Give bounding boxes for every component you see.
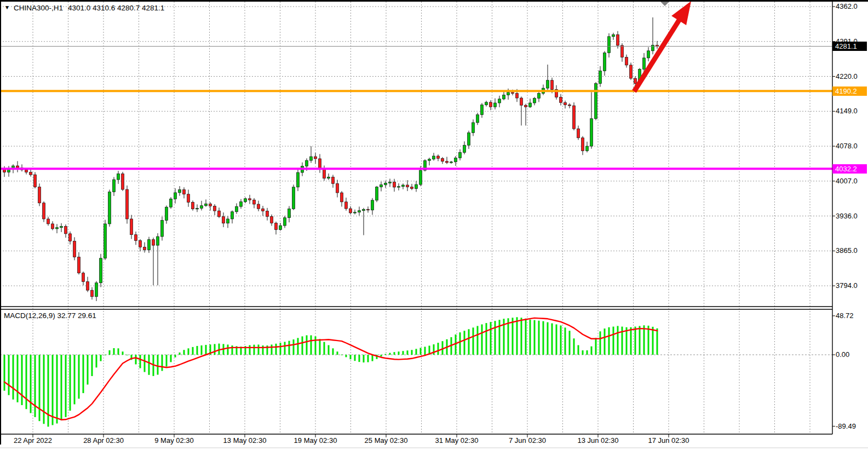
trading-chart-window: ▼ CHINA300-,H1 4301.0 4310.6 4280.7 4281… — [0, 0, 868, 450]
time-axis-tick-label: 13 Jun 02:30 — [577, 436, 618, 445]
bid-price-badge: 4281.1 — [832, 42, 867, 51]
price-axis-tick-label: 4220.0 — [836, 72, 858, 81]
time-axis-tick-label: 22 Apr 2022 — [14, 436, 52, 445]
candlestick-pane[interactable] — [0, 2, 832, 306]
time-axis-tick-label: 25 May 02:30 — [365, 436, 408, 445]
price-axis-tick-label: 4078.0 — [836, 142, 858, 151]
time-axis-tick-label: 31 May 02:30 — [435, 436, 479, 445]
price-axis-tick-label: 3865.0 — [836, 246, 858, 255]
time-axis-tick-label: 13 May 02:30 — [223, 436, 267, 445]
time-axis-tick-label: 17 Jun 02:30 — [648, 436, 689, 445]
macd-pane[interactable] — [0, 310, 832, 434]
time-axis-tick-label: 28 Apr 02:30 — [83, 436, 124, 445]
price-axis-tick-label: 3794.0 — [836, 281, 858, 290]
price-axis-tick-label: 3936.0 — [836, 212, 858, 221]
resistance-level-badge: 4190.2 — [832, 86, 867, 96]
macd-axis-tick-label: 48.72 — [836, 311, 854, 320]
support-level-badge: 4032.2 — [832, 164, 867, 174]
time-axis-tick-label: 9 May 02:30 — [154, 436, 194, 445]
macd-axis-tick-label: -89.49 — [836, 422, 856, 431]
macd-axis-tick-label: 0.00 — [836, 350, 849, 359]
time-axis-tick-label: 7 Jun 02:30 — [509, 436, 546, 445]
pane-resize-divider[interactable] — [0, 306, 832, 310]
price-axis-tick-label: 4149.0 — [836, 107, 858, 116]
price-axis-tick-label: 4007.0 — [836, 177, 858, 186]
price-axis-tick-label: 4362.0 — [836, 2, 858, 11]
time-axis-tick-label: 19 May 02:30 — [294, 436, 337, 445]
time-axis[interactable] — [0, 434, 868, 450]
